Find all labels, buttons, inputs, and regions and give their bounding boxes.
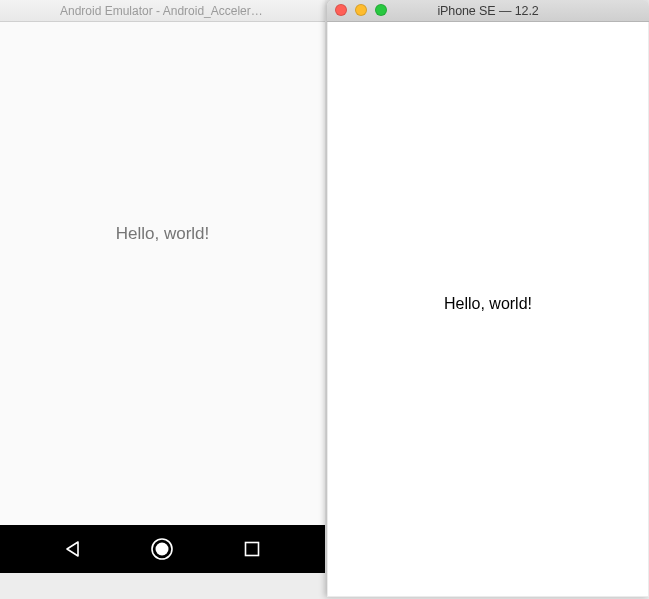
android-screen[interactable]: Hello, world! — [0, 22, 325, 525]
svg-rect-2 — [246, 543, 259, 556]
svg-point-1 — [156, 543, 169, 556]
iphone-screen[interactable]: Hello, world! — [327, 22, 649, 597]
back-button[interactable] — [56, 532, 90, 566]
android-hello-text: Hello, world! — [116, 224, 210, 244]
iphone-title-text: iPhone SE — 12.2 — [437, 4, 538, 18]
square-recent-icon — [244, 541, 260, 557]
zoom-button[interactable] — [375, 4, 387, 16]
android-navigation-bar — [0, 525, 325, 573]
iphone-simulator-window: iPhone SE — 12.2 Hello, world! — [327, 0, 649, 597]
iphone-titlebar[interactable]: iPhone SE — 12.2 — [327, 0, 649, 22]
minimize-button[interactable] — [355, 4, 367, 16]
iphone-hello-text: Hello, world! — [444, 295, 532, 313]
traffic-lights — [335, 4, 387, 16]
close-button[interactable] — [335, 4, 347, 16]
recent-apps-button[interactable] — [235, 532, 269, 566]
circle-home-icon — [149, 536, 175, 562]
android-emulator-window: Android Emulator - Android_Accelerated..… — [0, 0, 325, 573]
android-titlebar[interactable]: Android Emulator - Android_Accelerated..… — [0, 0, 325, 22]
home-button[interactable] — [145, 532, 179, 566]
android-title-text: Android Emulator - Android_Accelerated..… — [60, 4, 265, 18]
triangle-back-icon — [64, 540, 82, 558]
